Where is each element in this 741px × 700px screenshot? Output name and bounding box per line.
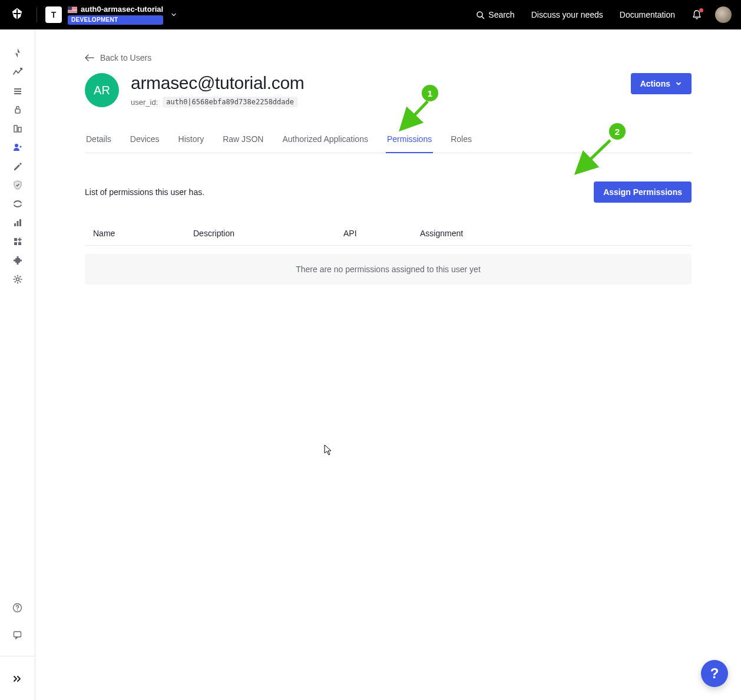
tabs: Details Devices History Raw JSON Authori… xyxy=(85,128,692,153)
svg-rect-15 xyxy=(16,263,18,265)
svg-rect-10 xyxy=(14,238,17,241)
auth0-logo[interactable] xyxy=(9,7,25,22)
permissions-empty-state: There are no permissions assigned to thi… xyxy=(85,254,692,285)
svg-rect-12 xyxy=(18,242,21,245)
tab-permissions[interactable]: Permissions xyxy=(386,128,433,153)
nav-extensions-icon[interactable] xyxy=(12,255,24,266)
user-email: armasec@tutorial.com xyxy=(131,73,305,93)
nav-monitoring-icon[interactable] xyxy=(12,217,24,229)
search-label: Search xyxy=(488,10,514,19)
environment-badge: DEVELOPMENT xyxy=(68,15,163,25)
back-to-users-link[interactable]: Back to Users xyxy=(85,53,692,62)
account-avatar[interactable] xyxy=(715,6,732,23)
svg-rect-13 xyxy=(15,258,20,263)
svg-rect-4 xyxy=(18,127,21,132)
column-description: Description xyxy=(193,229,343,238)
tab-details[interactable]: Details xyxy=(85,128,113,153)
svg-rect-16 xyxy=(14,260,15,262)
tenant-initial-badge[interactable]: T xyxy=(45,6,62,23)
chevron-down-icon xyxy=(675,80,682,87)
nav-applications-icon[interactable] xyxy=(12,85,24,97)
search-link[interactable]: Search xyxy=(476,10,514,19)
tab-history[interactable]: History xyxy=(177,128,206,153)
actions-button[interactable]: Actions xyxy=(631,73,692,94)
permissions-table-header: Name Description API Assignment xyxy=(85,222,692,246)
documentation-link[interactable]: Documentation xyxy=(620,10,675,19)
tab-raw-json[interactable]: Raw JSON xyxy=(221,128,264,153)
user-header: AR armasec@tutorial.com user_id: auth0|6… xyxy=(85,73,692,107)
discuss-label: Discuss your needs xyxy=(531,10,603,19)
svg-point-18 xyxy=(16,278,19,281)
sidebar xyxy=(0,29,35,700)
column-assignment: Assignment xyxy=(420,229,683,238)
nav-marketplace-icon[interactable] xyxy=(12,236,24,247)
tab-roles[interactable]: Roles xyxy=(449,128,473,153)
sidebar-divider xyxy=(0,656,35,656)
us-flag-icon xyxy=(68,6,77,13)
svg-rect-3 xyxy=(14,126,17,132)
nav-actions-icon[interactable] xyxy=(12,198,24,210)
nav-security-icon[interactable] xyxy=(12,179,24,191)
svg-point-5 xyxy=(15,144,18,147)
sidebar-expand-button[interactable] xyxy=(12,672,24,686)
nav-authentication-icon[interactable] xyxy=(12,104,24,115)
notification-dot-icon xyxy=(699,8,703,12)
tenant-selector[interactable]: auth0-armasec-tutorial DEVELOPMENT xyxy=(68,5,163,25)
discuss-link[interactable]: Discuss your needs xyxy=(531,10,603,19)
nav-help-icon[interactable] xyxy=(12,602,24,613)
help-fab-button[interactable]: ? xyxy=(701,660,728,687)
nav-user-management-icon[interactable] xyxy=(12,141,24,153)
tab-devices[interactable]: Devices xyxy=(129,128,161,153)
user-avatar: AR xyxy=(85,73,119,107)
main-content: Back to Users AR armasec@tutorial.com us… xyxy=(35,29,741,700)
topbar: T auth0-armasec-tutorial DEVELOPMENT Sea… xyxy=(0,0,741,29)
topbar-divider xyxy=(37,7,37,22)
annotation-badge-1: 1 xyxy=(422,85,438,101)
permissions-description: List of permissions this user has. xyxy=(85,187,204,197)
column-name: Name xyxy=(93,229,193,238)
nav-branding-icon[interactable] xyxy=(12,160,24,172)
arrow-left-icon xyxy=(85,54,94,61)
back-link-label: Back to Users xyxy=(100,53,151,62)
svg-line-1 xyxy=(482,16,484,19)
nav-activity-icon[interactable] xyxy=(12,66,24,78)
svg-rect-9 xyxy=(19,219,21,226)
user-id-value: auth0|6568ebfa89d738e2258ddade xyxy=(163,97,297,107)
nav-organizations-icon[interactable] xyxy=(12,123,24,134)
documentation-label: Documentation xyxy=(620,10,675,19)
search-icon xyxy=(476,11,485,19)
svg-rect-11 xyxy=(14,242,17,245)
svg-rect-7 xyxy=(14,223,16,226)
svg-rect-8 xyxy=(16,221,18,226)
tenant-chevron-icon[interactable] xyxy=(170,11,177,18)
notifications-button[interactable] xyxy=(692,9,702,20)
nav-getting-started-icon[interactable] xyxy=(12,47,24,59)
svg-rect-14 xyxy=(16,256,18,258)
svg-point-6 xyxy=(19,146,21,148)
svg-rect-20 xyxy=(14,632,21,637)
actions-button-label: Actions xyxy=(640,79,670,88)
permissions-table: Name Description API Assignment There ar… xyxy=(85,222,692,285)
svg-rect-17 xyxy=(20,260,22,262)
tab-authorized-applications[interactable]: Authorized Applications xyxy=(281,128,369,153)
assign-permissions-button[interactable]: Assign Permissions xyxy=(594,181,692,203)
permissions-header-row: List of permissions this user has. Assig… xyxy=(85,181,692,203)
nav-feedback-icon[interactable] xyxy=(12,629,24,640)
annotation-badge-2: 2 xyxy=(609,123,626,140)
user-id-label: user_id: xyxy=(131,98,158,107)
nav-settings-icon[interactable] xyxy=(12,273,24,285)
tenant-name: auth0-armasec-tutorial xyxy=(81,5,163,14)
column-api: API xyxy=(343,229,420,238)
svg-rect-2 xyxy=(15,109,20,113)
